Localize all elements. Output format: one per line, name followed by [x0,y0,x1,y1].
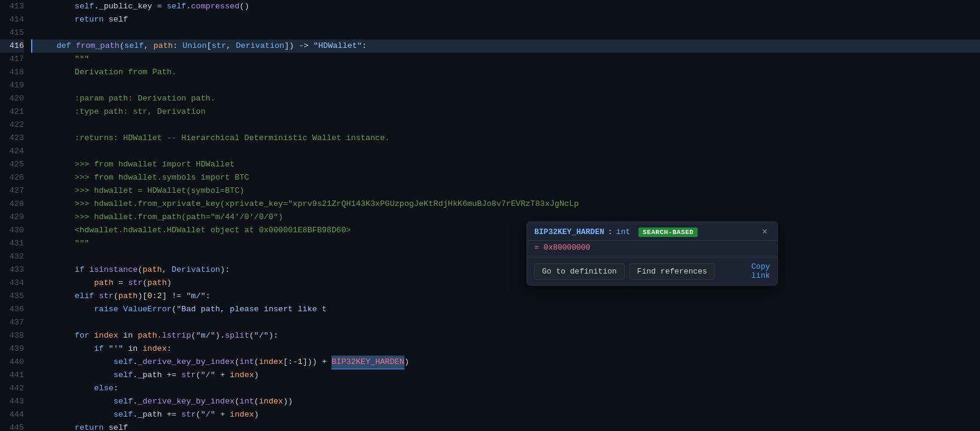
line-number: 417 [0,53,24,66]
code-line [31,250,980,263]
code-line: def from_path(self, path: Union[str, Der… [31,40,980,53]
code-line: :returns: HDWallet -- Hierarchical Deter… [31,132,980,145]
line-number: 433 [0,263,24,277]
code-line: self._derive_key_by_index(int(index)) [31,395,980,408]
line-number: 430 [0,224,24,237]
go-to-definition-button[interactable]: Go to definition [534,263,625,280]
line-number: 424 [0,145,24,158]
code-line [31,26,980,40]
code-line: path = str(path) [31,277,980,290]
code-line [31,316,980,329]
tooltip-header: BIP32KEY_HARDEN : int SEARCH-BASED × [527,222,777,241]
code-line: if "'" in index: [31,342,980,356]
code-line: for index in path.lstrip("m/").split("/"… [31,329,980,342]
tooltip-badge: SEARCH-BASED [638,227,698,237]
code-line: """ [31,53,980,66]
tooltip-symbol: BIP32KEY_HARDEN [534,227,604,236]
line-number: 429 [0,211,24,224]
code-line: return self [31,13,980,26]
line-number: 431 [0,237,24,250]
line-number: 422 [0,119,24,132]
code-line: >>> hdwallet.from_xprivate_key(xprivate_… [31,198,980,211]
close-icon[interactable]: × [759,227,770,238]
line-number: 435 [0,290,24,303]
line-number: 428 [0,198,24,211]
line-number: 426 [0,171,24,184]
code-line: if isinstance(path, Derivation): [31,263,980,277]
line-number: 415 [0,26,24,40]
line-number: 420 [0,92,24,105]
line-number: 418 [0,66,24,79]
code-line: else: [31,382,980,395]
code-line: self._public_key = self.compressed() [31,0,980,13]
code-line: <hdwallet.hdwallet.HDWallet object at 0x… [31,224,980,237]
code-line: raise ValueError("Bad path, please inser… [31,303,980,316]
tooltip-type: int [616,227,630,236]
code-line: >>> from hdwallet.symbols import BTC [31,171,980,184]
code-line [31,79,980,92]
line-number: 423 [0,132,24,145]
code-line: >>> from hdwallet import HDWallet [31,158,980,171]
line-number: 445 [0,421,24,431]
line-number: 437 [0,316,24,329]
line-number: 444 [0,408,24,421]
code-line: :type path: str, Derivation [31,105,980,119]
line-number: 425 [0,158,24,171]
code-line: """ [31,237,980,250]
tooltip-colon: : [608,227,613,236]
line-number: 434 [0,277,24,290]
line-number: 442 [0,382,24,395]
code-line: self._derive_key_by_index(int(index[:-1]… [31,356,980,369]
code-line: return self [31,421,980,431]
line-number: 421 [0,105,24,119]
line-number: 436 [0,303,24,316]
tooltip-popup: BIP32KEY_HARDEN : int SEARCH-BASED × = 0… [526,221,778,286]
line-number: 441 [0,369,24,382]
code-line: self._path += str("/" + index) [31,408,980,421]
line-number: 427 [0,184,24,198]
line-numbers: 4134144154164174184194204214224234244254… [0,0,31,431]
tooltip-actions: Go to definition Find references Copy li… [527,257,777,285]
line-number: 443 [0,395,24,408]
line-number: 440 [0,356,24,369]
line-number: 419 [0,79,24,92]
code-line: self._path += str("/" + index) [31,369,980,382]
line-number: 432 [0,250,24,263]
code-line [31,119,980,132]
line-number: 438 [0,329,24,342]
tooltip-value: = 0x80000000 [527,241,777,257]
line-number: 413 [0,0,24,13]
code-line: elif str(path)[0:2] != "m/": [31,290,980,303]
line-number: 414 [0,13,24,26]
editor-container: 4134144154164174184194204214224234244254… [0,0,980,431]
code-area: self._public_key = self.compressed() ret… [31,0,980,431]
find-references-button[interactable]: Find references [629,263,715,280]
code-line: >>> hdwallet.from_path(path="m/44'/0'/0/… [31,211,980,224]
code-line: >>> hdwallet = HDWallet(symbol=BTC) [31,184,980,198]
line-number: 439 [0,342,24,356]
code-line [31,145,980,158]
tooltip-type-info: BIP32KEY_HARDEN : int SEARCH-BASED [534,227,698,237]
code-line: :param path: Derivation path. [31,92,980,105]
line-number: 416 [0,40,24,53]
code-line: Derivation from Path. [31,66,980,79]
copy-link[interactable]: Copy link [751,262,770,280]
